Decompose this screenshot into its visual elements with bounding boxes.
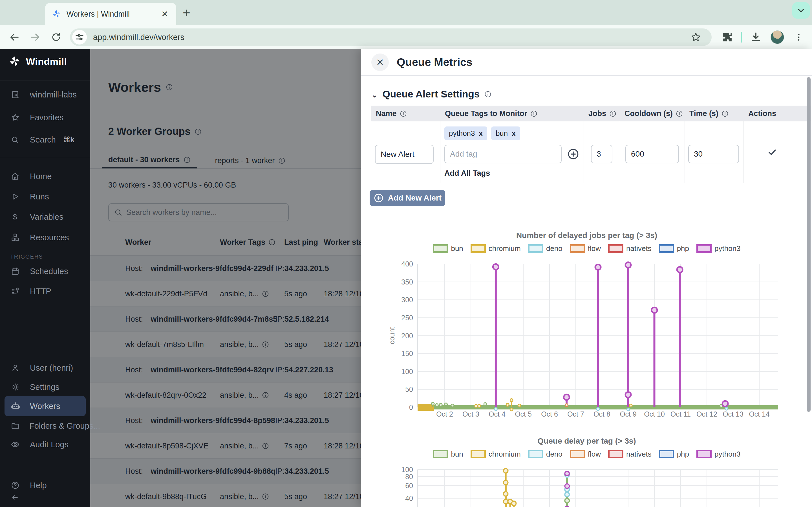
time-input[interactable]: 30 (688, 145, 739, 163)
svg-text:count: count (388, 327, 396, 344)
legend-item-bun[interactable]: bun (433, 244, 463, 253)
sidebar-item-resources[interactable]: Resources (4, 227, 86, 247)
legend-item-flow[interactable]: flow (570, 244, 601, 253)
alert-col-time-s-: Time (s) (685, 106, 744, 121)
alert-cooldown-cell: 600 (620, 121, 685, 183)
tab-search-chevron-button[interactable] (792, 2, 810, 18)
sidebar-item-label: Schedules (30, 267, 68, 276)
sidebar-item-settings[interactable]: Settings (4, 377, 86, 397)
legend-swatch (659, 244, 674, 252)
legend-item-deno[interactable]: deno (528, 450, 562, 459)
sidebar-item-audit-logs[interactable]: Audit Logs (4, 434, 86, 455)
add-all-tags-link[interactable]: Add All Tags (444, 169, 580, 178)
legend-item-chromium[interactable]: chromium (470, 244, 521, 253)
svg-text:400: 400 (401, 260, 413, 268)
windmill-logo[interactable]: Windmill (8, 55, 67, 68)
legend-swatch (433, 244, 448, 252)
legend-label: python3 (714, 450, 741, 459)
remove-tag-icon[interactable]: x (512, 129, 515, 137)
svg-text:0: 0 (409, 403, 413, 411)
remove-tag-icon[interactable]: x (479, 129, 483, 137)
bookmark-icon[interactable] (690, 31, 702, 43)
sidebar-item-http[interactable]: HTTP (4, 281, 86, 301)
add-new-alert-button[interactable]: Add New Alert (370, 190, 445, 206)
reload-button[interactable] (50, 31, 63, 44)
queue-alert-settings-heading[interactable]: ⌄ Queue Alert Settings (371, 89, 492, 100)
site-settings-icon[interactable] (72, 30, 87, 45)
dollar-icon (11, 213, 20, 221)
forward-button[interactable] (29, 31, 42, 44)
sidebar: Windmill TRIGGERS windmill-labsFavorites… (0, 49, 90, 507)
legend-swatch (470, 244, 486, 252)
add-tag-button[interactable] (567, 148, 580, 161)
legend-label: nativets (626, 244, 652, 253)
legend-swatch (570, 450, 585, 458)
svg-text:Oct 3: Oct 3 (462, 410, 479, 418)
new-tab-button[interactable]: + (183, 6, 190, 19)
info-icon[interactable] (484, 91, 492, 98)
svg-text:40: 40 (405, 494, 413, 502)
downloads-icon[interactable] (750, 31, 762, 43)
extensions-icon[interactable] (721, 31, 733, 43)
svg-text:200: 200 (401, 332, 413, 340)
sidebar-item-variables[interactable]: Variables (4, 207, 86, 227)
alert-name-cell: New Alert (371, 121, 441, 183)
sidebar-item-back[interactable] (4, 487, 86, 507)
sidebar-item-schedules[interactable]: Schedules (4, 261, 86, 281)
sidebar-item-home[interactable]: Home (4, 166, 86, 186)
sidebar-item-search[interactable]: Search⌘k (4, 129, 86, 150)
sidebar-item-user[interactable]: User (henri) (4, 358, 86, 378)
sidebar-item-workers[interactable]: Workers (4, 396, 86, 416)
close-icon[interactable]: ✕ (371, 54, 389, 71)
back-button[interactable] (8, 31, 21, 44)
browser-tab[interactable]: Workers | Windmill ✕ (45, 3, 176, 25)
legend-label: flow (588, 450, 601, 459)
legend-item-php[interactable]: php (659, 450, 689, 459)
delayed-jobs-chart: Number of delayed jobs per tag (> 3s) bu… (378, 226, 795, 420)
alert-name-input[interactable]: New Alert (375, 145, 434, 164)
legend-item-php[interactable]: php (659, 244, 689, 253)
collapse-chevron-icon[interactable]: ⌄ (371, 90, 378, 100)
svg-text:60: 60 (405, 482, 413, 490)
legend-label: deno (546, 450, 562, 459)
legend-swatch (470, 450, 486, 458)
plus-icon (373, 193, 384, 203)
legend-item-bun[interactable]: bun (433, 450, 463, 459)
legend-swatch (659, 450, 674, 458)
sidebar-item-label: User (henri) (30, 363, 73, 373)
legend-item-chromium[interactable]: chromium (470, 450, 521, 459)
svg-text:250: 250 (401, 314, 413, 322)
alert-tags-cell: python3xbunx Add tag Add All Tags (441, 121, 584, 183)
svg-text:Oct 8: Oct 8 (594, 410, 610, 418)
sidebar-item-windmill-labs[interactable]: windmill-labs (4, 84, 86, 105)
browser-menu-icon[interactable] (793, 31, 805, 43)
info-icon (530, 110, 538, 117)
sidebar-item-favorites[interactable]: Favorites (4, 107, 86, 128)
alert-col-cooldown-s-: Cooldown (s) (620, 106, 685, 121)
tag-pill-python3[interactable]: python3x (444, 126, 487, 140)
legend-item-python3[interactable]: python3 (696, 450, 741, 459)
legend-item-deno[interactable]: deno (528, 244, 562, 253)
tab-close-icon[interactable]: ✕ (159, 9, 170, 19)
profile-avatar[interactable] (770, 31, 784, 44)
legend-item-flow[interactable]: flow (570, 450, 601, 459)
chart-plot: 406080100 (378, 460, 795, 507)
sidebar-divider (0, 80, 90, 81)
confirm-check-icon[interactable] (767, 147, 777, 157)
cooldown-input[interactable]: 600 (625, 145, 679, 163)
sidebar-item-runs[interactable]: Runs (4, 186, 86, 207)
jobs-input[interactable]: 3 (591, 145, 612, 163)
legend-item-nativets[interactable]: nativets (608, 450, 652, 459)
add-tag-input[interactable]: Add tag (444, 145, 562, 163)
alert-col-queue-tags-to-monitor: Queue Tags to Monitor (441, 106, 584, 121)
drawer-scrollbar[interactable] (807, 77, 811, 412)
legend-item-nativets[interactable]: nativets (608, 244, 652, 253)
legend-swatch (608, 244, 623, 252)
sidebar-item-folders-groups[interactable]: Folders & Groups... (4, 416, 86, 436)
url-bar[interactable]: app.windmill.dev/workers (70, 29, 712, 46)
legend-item-python3[interactable]: python3 (696, 244, 741, 253)
triggers-section-label: TRIGGERS (10, 253, 43, 260)
gear-icon (11, 383, 20, 392)
tag-pill-bun[interactable]: bunx (491, 126, 520, 140)
folder-icon (11, 421, 20, 431)
